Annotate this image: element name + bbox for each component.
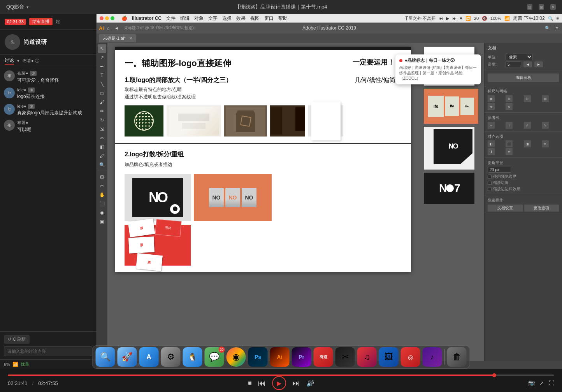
dock-app-store[interactable]: A: [139, 347, 159, 367]
grid-icon-6[interactable]: ⊖: [506, 103, 513, 110]
rotate-tool[interactable]: ↻: [98, 116, 106, 124]
effect-menu[interactable]: 效果: [236, 15, 246, 22]
align-icon-6[interactable]: ⬅: [506, 148, 513, 155]
file-menu[interactable]: 文件: [166, 15, 176, 22]
eyedropper-tool[interactable]: 🖊: [98, 152, 106, 160]
file-tab-active[interactable]: 未标题-1.ai* ✕: [99, 34, 136, 42]
minimize-button[interactable]: ⊟: [527, 4, 532, 10]
ai-arrange-btn[interactable]: ≡: [554, 25, 560, 31]
prev-button[interactable]: ⏮: [258, 379, 266, 388]
artboard-tool[interactable]: ⊞: [98, 173, 106, 181]
unit-select[interactable]: 像素: [506, 54, 533, 60]
corner-radius-input[interactable]: [488, 167, 511, 173]
doc-settings-btn[interactable]: 文档设置: [488, 205, 523, 212]
dock-finder[interactable]: 🔍: [96, 347, 115, 367]
dock-trash[interactable]: 🗑: [447, 347, 467, 367]
close-button[interactable]: ✕: [550, 4, 556, 10]
align-icon-2[interactable]: ⬛: [506, 140, 513, 147]
view-menu[interactable]: 视图: [250, 15, 260, 22]
edit-artboard-btn[interactable]: 编辑画板: [488, 74, 559, 82]
guide-icon-1[interactable]: ↔: [488, 122, 495, 129]
mac-media-next[interactable]: ⏭: [452, 16, 457, 21]
minimize-dot[interactable]: [105, 16, 109, 20]
grid-icon-4[interactable]: ▤: [542, 95, 549, 102]
ai-home-btn[interactable]: ⌂: [105, 25, 111, 31]
pen-tool[interactable]: ✒: [98, 62, 106, 71]
scale-strokes-checkbox[interactable]: [488, 187, 492, 191]
hand-tool[interactable]: ✋: [98, 191, 106, 199]
scissors-tool[interactable]: ✂: [98, 182, 106, 190]
gradient-tool[interactable]: ◧: [98, 143, 106, 151]
more-options-btn[interactable]: 更改选项: [524, 205, 559, 212]
mac-mute-icon[interactable]: 🔇: [482, 16, 487, 21]
dock-wechat[interactable]: 💬 20: [205, 347, 224, 367]
round-corners-checkbox[interactable]: [488, 181, 492, 185]
zoom-tool[interactable]: 🔍: [98, 161, 106, 169]
end-live-button[interactable]: 结束直播: [29, 18, 53, 25]
maximize-dot[interactable]: [111, 16, 114, 20]
direct-select-tool[interactable]: ↗: [98, 53, 106, 62]
ai-back-btn[interactable]: ◄: [113, 25, 120, 31]
mac-search-icon[interactable]: 🔍: [548, 16, 553, 21]
refresh-button[interactable]: ↺ C 刷新: [4, 335, 30, 344]
align-icon-3[interactable]: ◨: [524, 140, 531, 147]
mac-media-prev[interactable]: ⏮: [439, 16, 443, 21]
guide-icon-4[interactable]: ⤡: [542, 122, 549, 129]
next-button[interactable]: ⏭: [292, 379, 300, 388]
mac-menu-icon[interactable]: ≡: [557, 16, 559, 21]
app-dropdown-icon[interactable]: ▾: [26, 5, 29, 10]
help-menu[interactable]: 帮助: [278, 15, 288, 22]
dock-system-preferences[interactable]: ⚙: [161, 347, 181, 367]
paintbrush-tool[interactable]: 🖌: [98, 98, 106, 107]
dock-premiere[interactable]: Pr: [292, 347, 311, 367]
guide-icon-3[interactable]: ⤢: [524, 122, 531, 129]
maximize-button[interactable]: ⊞: [539, 4, 544, 10]
chat-input[interactable]: [4, 346, 92, 356]
align-icon-1[interactable]: ◧: [488, 140, 495, 147]
app-menu-item[interactable]: Illustrator CC: [132, 16, 162, 21]
rect-tool[interactable]: □: [98, 89, 106, 98]
align-icon-5[interactable]: ⬇: [488, 148, 495, 155]
play-pause-button[interactable]: ▶: [272, 376, 286, 390]
dock-illustrator[interactable]: Ai: [270, 347, 290, 367]
use-preview-checkbox[interactable]: [488, 175, 492, 178]
scale-tool[interactable]: ⇲: [98, 125, 106, 133]
draw-mode[interactable]: ◉: [98, 208, 106, 217]
close-dot[interactable]: [100, 16, 104, 20]
screen-mode[interactable]: ▣: [98, 217, 106, 226]
width-decrease[interactable]: ◄: [523, 61, 532, 67]
blend-tool[interactable]: ∞: [98, 134, 106, 142]
width-input[interactable]: [506, 61, 521, 67]
close-tab-icon[interactable]: ✕: [129, 36, 132, 40]
grid-icon-5[interactable]: ⊕: [488, 103, 495, 110]
dock-itunes[interactable]: ♪: [423, 347, 442, 367]
dock-qq[interactable]: 🐧: [183, 347, 202, 367]
type-tool[interactable]: T: [98, 71, 106, 80]
dock-photoshop[interactable]: Ps: [248, 347, 268, 367]
align-icon-4[interactable]: ⬆: [542, 140, 549, 147]
text-menu[interactable]: 文字: [208, 15, 218, 22]
guide-icon-2[interactable]: ↕: [506, 122, 513, 129]
dock-final-cut-pro[interactable]: ✂: [335, 347, 355, 367]
line-tool[interactable]: ╲: [98, 80, 106, 89]
fullscreen-button[interactable]: ⛶: [549, 380, 554, 386]
screenshot-button[interactable]: 📷: [528, 380, 535, 386]
edit-menu[interactable]: 编辑: [180, 15, 190, 22]
dock-photos[interactable]: 🖼: [379, 347, 399, 367]
dock-chrome[interactable]: ◉: [227, 347, 246, 367]
dock-youdao[interactable]: 有道: [314, 347, 333, 367]
tab-options[interactable]: 布薯● ①: [23, 58, 39, 64]
stop-button[interactable]: ■: [248, 380, 252, 387]
ai-search-btn[interactable]: 🔍: [543, 25, 552, 32]
dock-launchpad[interactable]: 🚀: [118, 347, 137, 367]
fill-stroke[interactable]: ⬛: [98, 200, 106, 208]
share-button[interactable]: ↗: [539, 380, 544, 386]
tab-discuss[interactable]: 讨论: [5, 57, 14, 65]
object-menu[interactable]: 对象: [194, 15, 204, 22]
grid-icon-1[interactable]: ▦: [488, 95, 495, 102]
app-name[interactable]: QQ影音: [6, 4, 24, 10]
volume-button[interactable]: 🔊: [306, 380, 314, 387]
dock-music[interactable]: ♫: [357, 347, 377, 367]
apple-menu[interactable]: 🍎: [121, 16, 127, 21]
progress-handle[interactable]: [492, 373, 496, 377]
